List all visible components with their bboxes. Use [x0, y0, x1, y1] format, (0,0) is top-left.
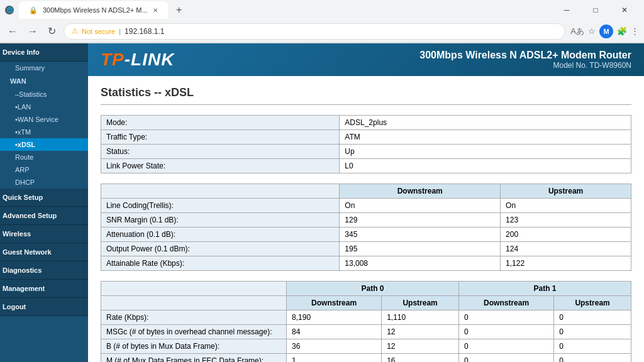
bookmark-icon[interactable]: ☆	[588, 26, 596, 36]
table-row: M (# of Mux Data Frames in FEC Data Fram…	[101, 354, 631, 363]
path0-down-val: 8,190	[287, 310, 382, 325]
sidebar-item-lan[interactable]: •LAN	[0, 101, 88, 113]
router-name: 300Mbps Wireless N ADSL2+ Modem Router	[419, 50, 631, 61]
close-button[interactable]: ✕	[610, 0, 639, 20]
stat-upstream: 124	[501, 242, 631, 256]
sidebar-item-advanced-setup[interactable]: Advanced Setup	[0, 207, 88, 225]
sidebar-item-wireless[interactable]: Wireless	[0, 225, 88, 243]
title-bar: 🌐 🔒 300Mbps Wireless N ADSL2+ M... ✕ + ─…	[0, 0, 644, 20]
url-text: 192.168.1.1	[125, 27, 164, 36]
stat-label: Line Coding(Trellis):	[101, 199, 340, 213]
path1-upstream-header: Upstream	[554, 296, 631, 310]
path-stat-label: MSGc (# of bytes in overhead channel mes…	[101, 325, 287, 339]
line-stats-col-label	[101, 184, 340, 199]
main-area: TP-LINK 300Mbps Wireless N ADSL2+ Modem …	[88, 43, 644, 362]
stat-downstream: 195	[340, 242, 501, 256]
sidebar-item-arp[interactable]: ARP	[0, 163, 88, 176]
table-row: Traffic Type:ATM	[101, 130, 631, 145]
stat-downstream: 345	[340, 228, 501, 242]
table-row: Status:Up	[101, 145, 631, 159]
sidebar-item-wan-service[interactable]: •WAN Service	[0, 113, 88, 126]
path1-downstream-header: Downstream	[459, 296, 554, 310]
sidebar-item-wan[interactable]: WAN	[0, 74, 88, 88]
info-label: Status:	[101, 145, 340, 159]
stat-label: Attainable Rate (Kbps):	[101, 256, 340, 271]
minimize-button[interactable]: ─	[552, 0, 581, 20]
stat-upstream: On	[501, 199, 631, 213]
stat-downstream: On	[340, 199, 501, 213]
table-row: Attenuation (0.1 dB):345200	[101, 228, 631, 242]
stat-upstream: 123	[501, 213, 631, 228]
extensions-icon[interactable]: 🧩	[617, 26, 627, 36]
table-row: Rate (Kbps):8,1901,11000	[101, 310, 631, 325]
table-row: MSGc (# of bytes in overhead channel mes…	[101, 325, 631, 339]
stat-label: SNR Margin (0.1 dB):	[101, 213, 340, 228]
sidebar-item-statistics-header[interactable]: –Statistics	[0, 88, 88, 101]
window-controls: ─ □ ✕	[552, 0, 639, 20]
path1-down-val: 0	[459, 354, 554, 363]
forward-button[interactable]: →	[25, 25, 40, 38]
sidebar-item-guest-network[interactable]: Guest Network	[0, 243, 88, 261]
path-label-empty	[101, 296, 287, 310]
stat-upstream: 200	[501, 228, 631, 242]
sidebar-item-logout[interactable]: Logout	[0, 298, 88, 316]
path1-down-val: 0	[459, 310, 554, 325]
stat-label: Output Power (0.1 dBm):	[101, 242, 340, 256]
active-tab[interactable]: 🔒 300Mbps Wireless N ADSL2+ M... ✕	[19, 1, 168, 19]
table-row: Link Power State:L0	[101, 159, 631, 173]
sidebar-item-diagnostics[interactable]: Diagnostics	[0, 261, 88, 280]
path-col-label	[101, 282, 287, 296]
info-value: ADSL_2plus	[340, 116, 631, 130]
table-row: Mode:ADSL_2plus	[101, 116, 631, 130]
url-separator: |	[119, 28, 121, 35]
profile-icon[interactable]: M	[599, 25, 613, 38]
path0-up-val: 12	[382, 339, 459, 354]
maximize-button[interactable]: □	[581, 0, 610, 20]
table-row: B (# of bytes in Mux Data Frame):361200	[101, 339, 631, 354]
path0-downstream-header: Downstream	[287, 296, 382, 310]
refresh-button[interactable]: ↻	[45, 24, 58, 38]
info-label: Mode:	[101, 116, 340, 130]
tab-favicon: 🔒	[29, 6, 38, 14]
path0-upstream-header: Upstream	[382, 296, 459, 310]
page-title: Statistics -- xDSL	[101, 86, 631, 105]
sidebar-item-xdsl[interactable]: •xDSL	[0, 138, 88, 151]
sidebar-item-summary[interactable]: Summary	[0, 62, 88, 74]
new-tab-button[interactable]: +	[170, 1, 188, 19]
path0-down-val: 36	[287, 339, 382, 354]
router-info: 300Mbps Wireless N ADSL2+ Modem Router M…	[419, 50, 631, 70]
info-value: Up	[340, 145, 631, 159]
info-value: L0	[340, 159, 631, 173]
stat-label: Attenuation (0.1 dB):	[101, 228, 340, 242]
tab-bar: 🔒 300Mbps Wireless N ADSL2+ M... ✕ +	[19, 1, 547, 19]
sidebar-item-route[interactable]: Route	[0, 151, 88, 163]
translate-icon[interactable]: Aあ	[570, 26, 584, 37]
stat-downstream: 13,008	[340, 256, 501, 271]
stat-downstream: 129	[340, 213, 501, 228]
menu-icon[interactable]: ⋮	[631, 26, 639, 36]
path1-up-val: 0	[554, 339, 631, 354]
path1-down-val: 0	[459, 339, 554, 354]
path-stat-label: Rate (Kbps):	[101, 310, 287, 325]
line-stats-table: Downstream Upstream Line Coding(Trellis)…	[101, 184, 631, 271]
path0-down-val: 1	[287, 354, 382, 363]
browser-logo-icon: 🌐	[5, 6, 14, 14]
sidebar-item-dhcp[interactable]: DHCP	[0, 176, 88, 189]
tab-close-button[interactable]: ✕	[153, 7, 158, 14]
back-button[interactable]: ←	[5, 25, 20, 38]
info-value: ATM	[340, 130, 631, 145]
sidebar: Device Info Summary WAN –Statistics •LAN…	[0, 43, 88, 362]
path-stat-label: B (# of bytes in Mux Data Frame):	[101, 339, 287, 354]
browser-toolbar-icons: Aあ ☆ M 🧩 ⋮	[570, 25, 639, 38]
sidebar-item-management[interactable]: Management	[0, 280, 88, 298]
line-stats-col-downstream: Downstream	[340, 184, 501, 199]
table-row: Attainable Rate (Kbps):13,0081,122	[101, 256, 631, 271]
table-row: Output Power (0.1 dBm):195124	[101, 242, 631, 256]
sidebar-item-device-info[interactable]: Device Info	[0, 43, 88, 62]
path1-up-val: 0	[554, 325, 631, 339]
sidebar-item-xtm[interactable]: •xTM	[0, 126, 88, 138]
sidebar-item-quick-setup[interactable]: Quick Setup	[0, 189, 88, 207]
brand-logo: TP-LINK	[101, 50, 174, 70]
path0-down-val: 84	[287, 325, 382, 339]
address-input[interactable]: ⚠ Not secure | 192.168.1.1	[64, 23, 565, 40]
